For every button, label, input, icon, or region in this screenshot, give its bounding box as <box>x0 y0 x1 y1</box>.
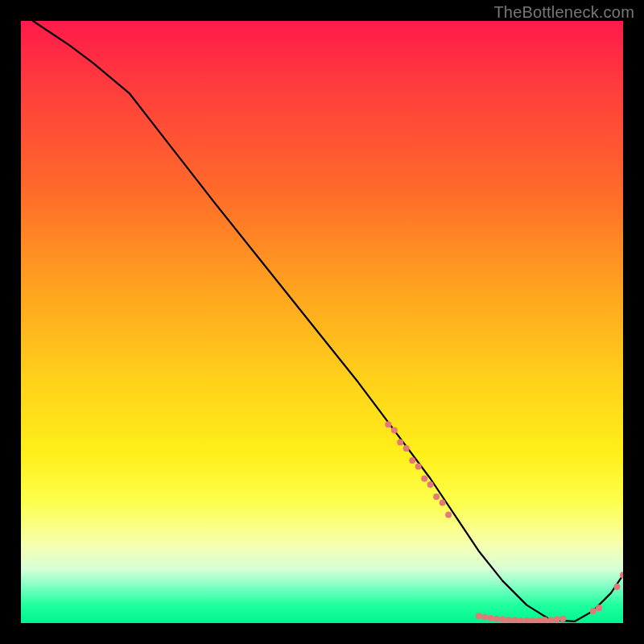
scatter-point <box>535 617 542 623</box>
plot-area <box>21 21 623 623</box>
scatter-point <box>421 476 427 482</box>
scatter-point <box>620 572 623 578</box>
scatter-point <box>403 445 410 452</box>
scatter-point <box>427 481 434 488</box>
scatter-point <box>499 617 506 623</box>
scatter-point <box>487 615 493 621</box>
scatter-point <box>590 608 597 614</box>
scatter-point <box>397 440 403 446</box>
curve-line <box>33 21 623 621</box>
chart-container: TheBottleneck.com <box>0 0 644 644</box>
scatter-point <box>530 617 536 623</box>
scatter-point <box>433 493 440 500</box>
watermark-text: TheBottleneck.com <box>493 3 634 22</box>
scatter-point <box>554 617 560 623</box>
scatter-point <box>476 613 482 619</box>
scatter-point <box>518 617 524 623</box>
scatter-point <box>409 457 415 464</box>
scatter-point <box>542 617 548 623</box>
scatter-point <box>445 511 452 518</box>
scatter-point <box>596 605 602 611</box>
chart-overlay <box>21 21 623 623</box>
scatter-point <box>481 614 488 621</box>
scatter-point <box>391 427 398 434</box>
scatter-markers <box>385 421 623 623</box>
scatter-point <box>547 617 554 623</box>
scatter-point <box>385 421 391 427</box>
scatter-point <box>511 617 518 623</box>
scatter-point <box>506 617 512 623</box>
scatter-point <box>523 617 530 623</box>
scatter-point <box>440 499 446 506</box>
scatter-point <box>415 464 422 470</box>
scatter-point <box>559 616 566 622</box>
scatter-point <box>493 616 500 622</box>
scatter-point <box>614 584 621 590</box>
